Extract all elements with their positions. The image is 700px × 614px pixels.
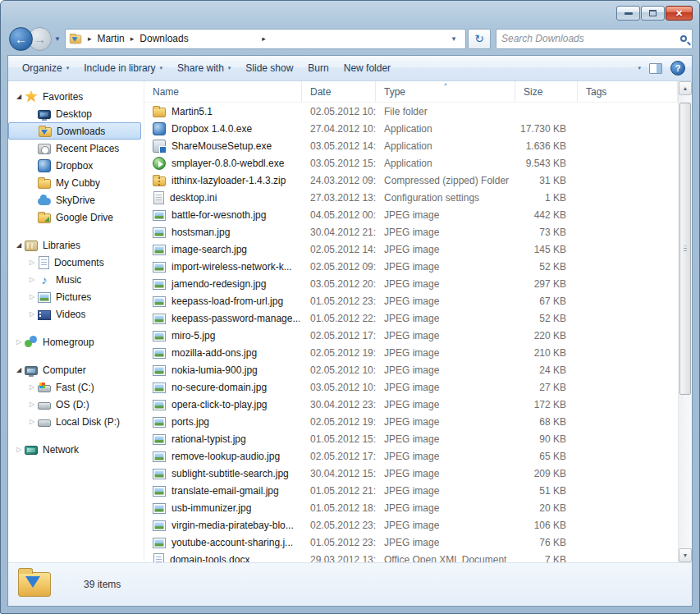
file-row[interactable]: Dropbox 1.4.0.exe 27.04.2012 10:38 Appli… — [144, 120, 678, 137]
expander-icon[interactable] — [26, 276, 38, 283]
refresh-button[interactable]: ↻ — [468, 29, 491, 49]
file-row[interactable]: nokia-lumia-900.jpg 02.05.2012 10:28 JPE… — [144, 361, 678, 378]
toolbar-button[interactable]: New folder ▾ — [336, 59, 398, 77]
navigation-pane: Favorites Desktop Downloads — [8, 81, 144, 562]
column-header[interactable]: Tags — [578, 81, 678, 102]
vertical-scrollbar[interactable]: ▲ ▼ — [678, 81, 692, 562]
file-row[interactable]: keepass-load-from-url.jpg 01.05.2012 23:… — [144, 292, 678, 309]
expander-icon[interactable] — [26, 293, 38, 300]
file-row[interactable]: translate-email-gmail.jpg 01.05.2012 21:… — [144, 482, 678, 499]
column-header[interactable]: Size — [515, 81, 578, 102]
breadcrumb-arrow-icon[interactable]: ▸ — [125, 34, 140, 43]
sidebar-item[interactable]: Videos — [8, 305, 144, 323]
file-row[interactable]: domain-tools.docx 29.03.2012 13:29 Offic… — [144, 551, 678, 562]
file-row[interactable]: ports.jpg 02.05.2012 19:13 JPEG image 68… — [144, 413, 678, 430]
sidebar-item[interactable]: Dropbox — [8, 157, 144, 174]
maximize-button[interactable] — [641, 6, 665, 21]
column-header[interactable]: Name — [144, 81, 302, 102]
sidebar-item[interactable]: Computer — [8, 361, 144, 378]
minimize-button[interactable] — [616, 6, 640, 21]
sidebar-item[interactable]: Music — [8, 271, 144, 288]
file-row[interactable]: sublight-subtitle-search.jpg 30.04.2012 … — [144, 465, 678, 482]
toolbar-button[interactable]: Organize ▾ — [15, 59, 76, 77]
expander-icon[interactable] — [26, 259, 38, 266]
sidebar-item[interactable]: SkyDrive — [8, 191, 144, 208]
file-row[interactable]: usb-immunizer.jpg 01.05.2012 18:19 JPEG … — [144, 499, 678, 516]
breadcrumb-segment[interactable]: ▸ Martin — [82, 33, 125, 44]
file-row[interactable]: mozilla-add-ons.jpg 02.05.2012 19:51 JPE… — [144, 344, 678, 361]
file-row[interactable]: ShareMouseSetup.exe 03.05.2012 14:30 App… — [144, 137, 678, 154]
file-row[interactable]: rational-typist.jpg 01.05.2012 15:12 JPE… — [144, 430, 678, 447]
search-input[interactable] — [501, 33, 680, 44]
expander-icon[interactable] — [26, 310, 38, 318]
column-header[interactable]: Date — [302, 81, 376, 102]
sidebar-item[interactable]: Documents — [8, 254, 144, 271]
help-button[interactable]: ? — [670, 61, 685, 76]
sidebar-item[interactable]: My Cubby — [8, 174, 144, 191]
breadcrumb-segment[interactable]: ▸ Downloads — [125, 33, 189, 44]
address-dropdown-icon[interactable]: ▼ — [446, 35, 462, 43]
file-type: JPEG image — [376, 451, 515, 462]
change-view-button[interactable]: ▾ — [618, 63, 641, 73]
file-row[interactable]: remove-lookup-audio.jpg 02.05.2012 17:13… — [144, 447, 678, 465]
sidebar-item[interactable]: Favorites — [8, 88, 144, 105]
toolbar-button[interactable]: Include in library ▾ — [76, 59, 170, 77]
breadcrumb-trailing-arrow-icon[interactable]: ▸ — [256, 34, 272, 43]
file-date: 02.05.2012 09:22 — [302, 261, 376, 273]
toolbar-button[interactable]: Burn ▾ — [300, 59, 336, 77]
file-row[interactable]: virgin-media-piratebay-blo... 02.05.2012… — [144, 516, 678, 534]
breadcrumb-label[interactable]: Downloads — [140, 33, 188, 44]
file-row[interactable]: Martin5.1 02.05.2012 10:07 File folder — [144, 103, 678, 120]
sidebar-item[interactable]: Homegroup — [8, 333, 144, 351]
file-row[interactable]: miro-5.jpg 02.05.2012 17:03 JPEG image 2… — [144, 327, 678, 344]
file-type: JPEG image — [376, 278, 515, 290]
preview-pane-button[interactable] — [649, 63, 662, 74]
expander-icon[interactable] — [13, 338, 25, 346]
sidebar-item[interactable]: Desktop — [8, 105, 144, 122]
sidebar-item[interactable]: Downloads — [8, 122, 141, 140]
expander-icon[interactable] — [26, 418, 38, 425]
file-row[interactable]: smplayer-0.8.0-webdl.exe 03.05.2012 15:0… — [144, 154, 678, 172]
sidebar-item[interactable]: Pictures — [8, 288, 144, 305]
file-row[interactable]: opera-click-to-play.jpg 30.04.2012 23:01… — [144, 396, 678, 413]
file-row[interactable]: image-search.jpg 02.05.2012 14:09 JPEG i… — [144, 241, 678, 258]
file-date: 30.04.2012 15:31 — [302, 468, 376, 479]
sidebar-item[interactable]: Local Disk (P:) — [8, 413, 144, 430]
file-row[interactable]: desktop.ini 27.03.2012 13:35 Configurati… — [144, 189, 678, 206]
breadcrumb-arrow-icon[interactable]: ▸ — [82, 34, 98, 43]
back-button[interactable]: ← — [9, 27, 33, 51]
scroll-up-button[interactable]: ▲ — [679, 81, 692, 95]
expander-icon[interactable] — [13, 446, 25, 453]
file-row[interactable]: keepass-password-manage... 01.05.2012 22… — [144, 309, 678, 327]
expander-icon[interactable] — [13, 93, 25, 100]
search-icon[interactable] — [680, 35, 687, 42]
expander-icon[interactable] — [13, 241, 25, 249]
breadcrumb-label[interactable]: Martin — [97, 33, 124, 44]
file-row[interactable]: battle-for-wesnoth.jpg 04.05.2012 00:25 … — [144, 206, 678, 223]
expander-icon[interactable] — [26, 383, 38, 391]
close-button[interactable]: ✕ — [666, 6, 693, 21]
column-header[interactable]: Type — [376, 81, 515, 102]
scroll-down-button[interactable]: ▼ — [679, 548, 692, 562]
expander-icon[interactable] — [26, 401, 38, 408]
expander-icon[interactable] — [13, 366, 25, 373]
file-row[interactable]: no-secure-domain.jpg 03.05.2012 10:07 JP… — [144, 378, 678, 396]
sidebar-item[interactable]: Recent Places — [8, 140, 144, 157]
address-bar[interactable]: ▸ Martin ▸ Downloads ▸ ▼ — [65, 29, 466, 49]
file-size: 172 KB — [515, 399, 578, 410]
toolbar-button[interactable]: Slide show ▾ — [238, 59, 300, 77]
file-type: Application — [376, 158, 515, 169]
file-row[interactable]: youtube-account-sharing.j... 01.05.2012 … — [144, 534, 678, 551]
file-row[interactable]: jamendo-redesign.jpg 03.05.2012 20:10 JP… — [144, 275, 678, 292]
sidebar-item[interactable]: Fast (C:) — [8, 378, 144, 396]
toolbar-button[interactable]: Share with ▾ — [170, 59, 238, 77]
sidebar-item[interactable]: OS (D:) — [8, 396, 144, 413]
sidebar-item[interactable]: Network — [8, 441, 144, 458]
file-row[interactable]: hostsman.jpg 30.04.2012 21:51 JPEG image… — [144, 223, 678, 241]
file-row[interactable]: itthinx-lazyloader-1.4.3.zip 24.03.2012 … — [144, 172, 678, 189]
scrollbar-thumb[interactable] — [679, 103, 691, 395]
sidebar-item[interactable]: Libraries — [8, 236, 144, 254]
file-row[interactable]: import-wireless-network-k... 02.05.2012 … — [144, 258, 678, 275]
recent-pages-caret-icon[interactable]: ▼ — [54, 35, 61, 43]
sidebar-item[interactable]: Google Drive — [8, 208, 144, 226]
